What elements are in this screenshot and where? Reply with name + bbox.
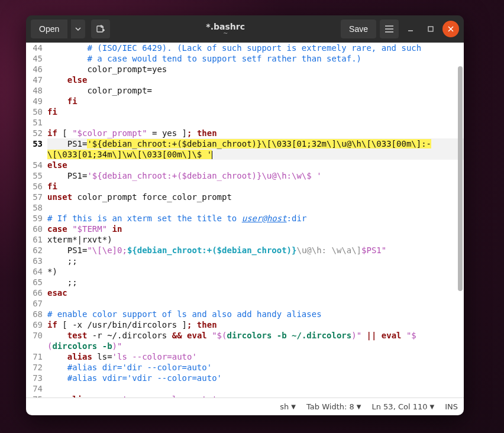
- chevron-down-icon: [75, 26, 81, 32]
- new-document-button[interactable]: [91, 20, 110, 38]
- titlebar: Open *.bashrc ~ Save: [26, 15, 464, 43]
- editor-window: Open *.bashrc ~ Save 4445464748495051525…: [26, 15, 464, 415]
- cursor-position-label: Ln 53, Col 110: [371, 402, 427, 411]
- chevron-down-icon: ▼: [291, 403, 296, 410]
- window-minimize-button[interactable]: [402, 21, 419, 37]
- chevron-down-icon: ▼: [357, 403, 361, 410]
- cursor-position-selector[interactable]: Ln 53, Col 110 ▼: [371, 402, 434, 411]
- line-number-gutter: 4445464748495051525354555657585960616263…: [26, 43, 47, 398]
- insert-mode-indicator[interactable]: INS: [445, 402, 458, 411]
- editor-area[interactable]: 4445464748495051525354555657585960616263…: [26, 43, 464, 398]
- close-icon: [448, 26, 454, 32]
- insert-mode-label: INS: [445, 402, 458, 411]
- syntax-mode-selector[interactable]: sh ▼: [280, 402, 296, 411]
- new-tab-icon: [96, 24, 105, 34]
- scrollbar-thumb[interactable]: [458, 66, 463, 291]
- open-recent-dropdown[interactable]: [71, 20, 85, 38]
- open-button[interactable]: Open: [31, 20, 67, 38]
- hamburger-menu-button[interactable]: [380, 20, 399, 38]
- code-content[interactable]: # (ISO/IEC 6429). (Lack of such support …: [47, 43, 464, 398]
- hamburger-icon: [385, 25, 393, 33]
- svg-rect-1: [428, 27, 433, 31]
- document-path: ~: [114, 30, 337, 37]
- vertical-scrollbar[interactable]: [457, 43, 463, 398]
- save-button[interactable]: Save: [341, 20, 376, 38]
- minimize-icon: [408, 26, 413, 32]
- tab-width-label: Tab Width: 8: [306, 402, 354, 411]
- maximize-icon: [428, 26, 434, 32]
- syntax-mode-label: sh: [280, 402, 289, 411]
- window-title-area: *.bashrc ~: [114, 22, 337, 37]
- chevron-down-icon: ▼: [429, 403, 434, 410]
- window-maximize-button[interactable]: [422, 21, 439, 37]
- tab-width-selector[interactable]: Tab Width: 8 ▼: [306, 402, 361, 411]
- window-close-button[interactable]: [442, 21, 459, 37]
- status-bar: sh ▼ Tab Width: 8 ▼ Ln 53, Col 110 ▼ INS: [26, 398, 464, 415]
